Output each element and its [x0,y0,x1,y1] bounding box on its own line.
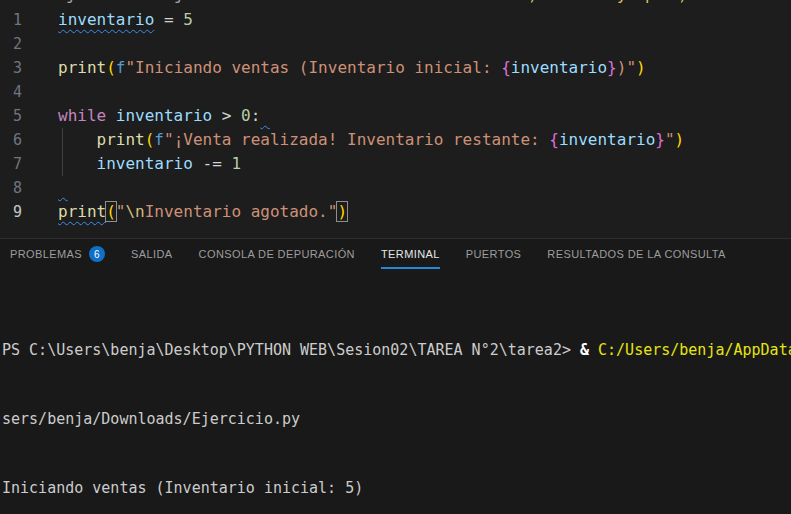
problems-count-badge: 6 [89,246,105,262]
tab-label: CONSOLA DE DEPURACIÓN [199,248,355,260]
code-line[interactable]: 8 [0,176,791,200]
number-token: 5 [183,10,193,29]
string-token: Inventario agotado. [145,202,328,221]
tab-label: SALIDA [131,248,173,260]
number-token: 0 [241,106,251,125]
colon-token: : [251,106,261,125]
tab-label: TERMINAL [381,248,440,260]
variable-token: inventario [511,58,607,77]
line-number: 3 [0,56,22,80]
clipped-glyph: j [66,0,76,4]
paren-token: ( [145,130,155,149]
variable-token: inventario [116,106,212,125]
clipped-glyph: y [617,0,627,4]
line-number-active: 9 [0,200,22,224]
code-line[interactable]: 9 print("\nInventario agotado.") [0,200,791,224]
string-token: " [125,58,135,77]
paren-token: ) [636,58,646,77]
panel-tab-bar: PROBLEMAS 6 SALIDA CONSOLA DE DEPURACIÓN… [0,239,791,269]
tab-puertos[interactable]: PUERTOS [453,239,535,269]
line-number: 8 [0,176,22,200]
line-number: 6 [0,128,22,152]
variable-token: inventario [58,10,154,29]
variable-token: inventario [97,154,193,173]
function-token: print [58,202,106,221]
tab-problemas[interactable]: PROBLEMAS 6 [0,239,118,269]
line-number: 2 [0,32,22,56]
paren-token-matched: ( [106,202,116,221]
brace-token: { [549,130,559,149]
line-number: 1 [0,8,22,32]
error-squiggle [260,106,270,125]
string-token: Iniciando ventas (Inventario inicial: [135,58,501,77]
string-token: ¡Venta realizada! Inventario restante: [174,130,550,149]
terminal-output-line: Iniciando ventas (Inventario inicial: 5) [2,477,791,500]
terminal-prompt-line: PS C:\Users\benja\Desktop\PYTHON WEB\Ses… [2,339,791,362]
terminal-output[interactable]: PS C:\Users\benja\Desktop\PYTHON WEB\Ses… [0,269,791,514]
code-line[interactable]: 6 print(f"¡Venta realizada! Inventario r… [0,128,791,152]
brace-token: } [607,58,617,77]
code-line[interactable]: 7 inventario -= 1 [0,152,791,176]
code-line[interactable]: 1 inventario = 5 [0,8,791,32]
brace-token: { [501,58,511,77]
code-line[interactable]: 5 while inventario > 0: [0,104,791,128]
fstring-prefix: f [154,130,164,149]
line-number: 5 [0,104,22,128]
line-number: 4 [0,80,22,104]
variable-token: inventario [559,130,655,149]
operator-token: = [154,10,183,29]
tab-label: RESULTADOS DE LA CONSULTA [547,248,726,260]
tab-consola-de-depuracion[interactable]: CONSOLA DE DEPURACIÓN [186,239,368,269]
tab-resultados-de-la-consulta[interactable]: RESULTADOS DE LA CONSULTA [534,239,739,269]
tab-label: PROBLEMAS [10,248,82,260]
code-lines: 1 inventario = 5 2 3 print(f"Iniciando v… [0,8,791,224]
clipped-glyph: j [174,0,184,4]
line-number: 7 [0,152,22,176]
string-token: " [164,130,174,149]
clipped-glyph: ) [678,0,688,4]
function-token: print [97,130,145,149]
terminal-exe-path: C:/Users/benja/AppData [598,341,791,359]
code-line[interactable]: 3 print(f"Iniciando ventas (Inventario i… [0,56,791,80]
operator-token: -= [193,154,232,173]
clipped-glyph: ) [528,0,538,4]
tab-terminal[interactable]: TERMINAL [368,239,453,269]
number-token: 1 [231,154,241,173]
keyword-token: while [58,106,106,125]
paren-token: ( [106,58,116,77]
clipped-code-line: j j ) y p ) [0,0,791,8]
terminal-ampersand: & [580,341,598,359]
tab-label: PUERTOS [466,248,522,260]
string-token: )" [617,58,636,77]
bottom-panel: PROBLEMAS 6 SALIDA CONSOLA DE DEPURACIÓN… [0,238,791,514]
clipped-glyph: p [645,0,655,4]
string-token: " [116,202,126,221]
fstring-prefix: f [116,58,126,77]
terminal-wrapped-line: sers/benja/Downloads/Ejercicio.py [2,408,791,431]
string-token: " [328,202,338,221]
code-editor[interactable]: j j ) y p ) 1 inventario = 5 2 3 print(f… [0,0,791,238]
tab-salida[interactable]: SALIDA [118,239,186,269]
paren-token: ) [675,130,685,149]
string-token: " [665,130,675,149]
code-line[interactable]: 2 [0,32,791,56]
escape-token: \n [125,202,144,221]
brace-token: } [655,130,665,149]
operator-token: > [212,106,241,125]
paren-token-matched: ) [337,202,347,221]
function-token: print [58,58,106,77]
terminal-prompt: PS C:\Users\benja\Desktop\PYTHON WEB\Ses… [2,341,580,359]
code-line[interactable]: 4 [0,80,791,104]
error-squiggle [58,178,68,197]
